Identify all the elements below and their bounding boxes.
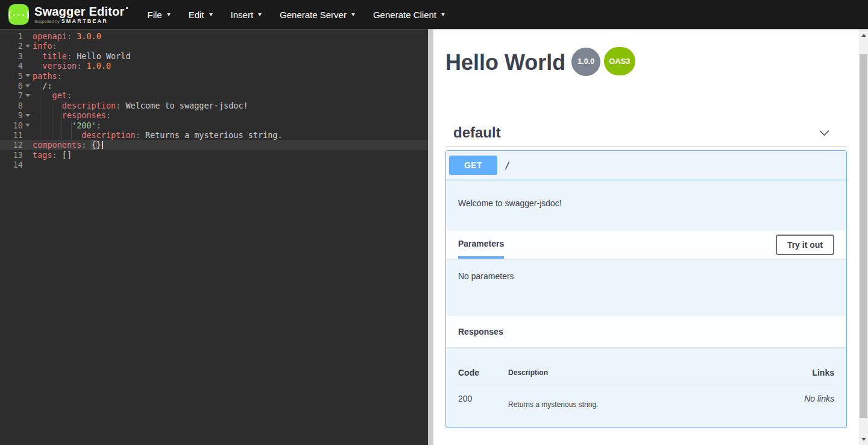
- editor-line[interactable]: 5 paths:: [0, 71, 428, 81]
- editor-line-active[interactable]: 12 components: {}: [0, 140, 428, 150]
- line-number: 10: [0, 121, 23, 130]
- tag-section-default[interactable]: default: [445, 119, 847, 147]
- scrollbar-thumb[interactable]: [860, 54, 867, 418]
- pane-splitter[interactable]: [428, 29, 433, 445]
- parameters-section-header: Parameters Try it out: [446, 230, 846, 259]
- topbar: {···} Swagger Editor Supported bySMARTBE…: [0, 0, 868, 29]
- fold-arrow-icon[interactable]: [25, 45, 30, 48]
- scroll-down-icon[interactable]: [861, 438, 866, 441]
- response-code: 200: [458, 394, 508, 409]
- line-number: 2: [0, 41, 23, 51]
- scroll-up-icon[interactable]: [861, 34, 866, 37]
- editor-line[interactable]: 3 title: Hello World: [0, 51, 428, 61]
- chevron-down-icon[interactable]: [818, 127, 831, 139]
- line-number: 8: [0, 101, 23, 110]
- header-description: Description: [508, 368, 756, 377]
- editor-line[interactable]: 9 responses:: [0, 110, 428, 120]
- operation-summary[interactable]: GET /: [446, 151, 846, 180]
- line-number: 12: [0, 140, 23, 150]
- fold-arrow-icon[interactable]: [25, 84, 30, 87]
- line-number: 4: [0, 61, 23, 71]
- version-badge: 1.0.0: [571, 48, 600, 76]
- code-editor[interactable]: 1 openapi: 3.0.0 2 info: 3 title: Hello …: [0, 29, 428, 445]
- matched-bracket: {: [92, 140, 96, 150]
- responses-table-header: Code Description Links: [458, 368, 834, 385]
- api-title: Hello World1.0.0OAS3: [445, 50, 847, 82]
- caret-down-icon: [167, 13, 171, 16]
- menu-file[interactable]: File: [139, 0, 180, 29]
- line-number: 14: [0, 160, 23, 169]
- line-number: 13: [0, 150, 23, 160]
- responses-section-header: Responses: [446, 316, 846, 347]
- menu-bar: File Edit Insert Generate Server Generat…: [139, 0, 454, 29]
- scrollbar[interactable]: [859, 29, 868, 445]
- brand-link[interactable]: {···} Swagger Editor Supported bySMARTBE…: [8, 4, 128, 25]
- method-badge: GET: [449, 156, 497, 175]
- swagger-ui-preview: Hello World1.0.0OAS3 default GET / Welco…: [433, 29, 859, 445]
- editor-line[interactable]: 7 get:: [0, 90, 428, 100]
- line-number: 11: [0, 130, 23, 140]
- try-it-out-button[interactable]: Try it out: [776, 235, 834, 255]
- swagger-logo-icon: {···}: [8, 4, 29, 25]
- response-row: 200 Returns a mysterious string. No link…: [458, 385, 834, 409]
- editor-line[interactable]: 4 version: 1.0.0: [0, 61, 428, 71]
- caret-down-icon: [209, 13, 213, 16]
- editor-line[interactable]: 2 info:: [0, 41, 428, 51]
- menu-edit[interactable]: Edit: [180, 0, 222, 29]
- svg-text:{···}: {···}: [8, 10, 29, 19]
- line-number: 5: [0, 71, 23, 81]
- response-links: No links: [756, 394, 834, 409]
- caret-down-icon: [351, 13, 355, 16]
- brand-tagline: Supported bySMARTBEAR: [34, 19, 128, 24]
- fold-arrow-icon[interactable]: [25, 114, 30, 117]
- line-number: 1: [0, 31, 23, 41]
- responses-title: Responses: [458, 327, 503, 336]
- editor-line[interactable]: 6 /:: [0, 81, 428, 90]
- response-description: Returns a mysterious string.: [508, 394, 756, 409]
- operation-path: /: [505, 160, 511, 171]
- fold-arrow-icon[interactable]: [25, 94, 30, 97]
- tab-parameters[interactable]: Parameters: [458, 230, 504, 259]
- no-parameters-text: No parameters: [458, 271, 514, 281]
- header-code: Code: [458, 368, 508, 377]
- parameters-body: No parameters: [446, 259, 846, 316]
- menu-generate-server[interactable]: Generate Server: [271, 0, 364, 29]
- operation-description: Welcome to swagger-jsdoc!: [446, 180, 846, 230]
- fold-arrow-icon[interactable]: [25, 74, 30, 77]
- editor-line[interactable]: 8 description: Welcome to swagger-jsdoc!: [0, 101, 428, 110]
- menu-insert[interactable]: Insert: [222, 0, 271, 29]
- caret-down-icon: [441, 13, 445, 16]
- editor-line[interactable]: 14: [0, 160, 428, 169]
- line-number: 3: [0, 51, 23, 61]
- smartbear-logo: SMARTBEAR: [61, 18, 108, 24]
- tag-name: default: [453, 124, 501, 141]
- editor-line[interactable]: 13 tags: []: [0, 150, 428, 160]
- text-cursor: [102, 141, 103, 149]
- line-number: 9: [0, 110, 23, 120]
- responses-table: Code Description Links 200 Returns a mys…: [446, 347, 846, 428]
- line-number: 7: [0, 90, 23, 100]
- header-links: Links: [756, 368, 834, 377]
- editor-line[interactable]: 1 openapi: 3.0.0: [0, 31, 428, 41]
- editor-line[interactable]: 11 description: Returns a mysterious str…: [0, 130, 428, 140]
- app-title: Swagger Editor: [34, 5, 128, 17]
- opblock-get: GET / Welcome to swagger-jsdoc! Paramete…: [445, 150, 847, 428]
- menu-generate-client[interactable]: Generate Client: [364, 0, 454, 29]
- caret-down-icon: [258, 13, 262, 16]
- fold-arrow-icon[interactable]: [25, 124, 30, 127]
- oas3-badge: OAS3: [604, 47, 635, 75]
- line-number: 6: [0, 81, 23, 90]
- editor-line[interactable]: 10 '200':: [0, 121, 428, 130]
